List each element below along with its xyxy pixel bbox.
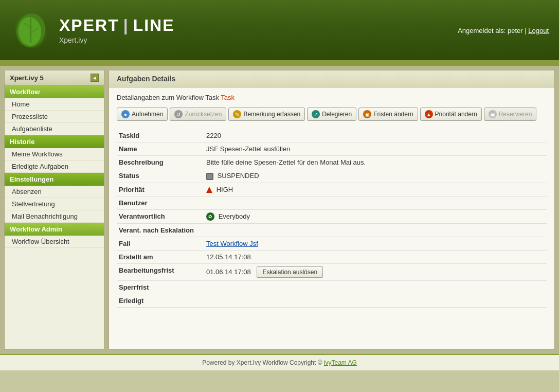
field-value-taskid: 2220 xyxy=(204,129,547,142)
header: XPERT|LINE Xpert.ivy Angemeldet als: pet… xyxy=(0,0,559,62)
details-table: TaskId 2220 Name JSF Spesen-Zettel ausfü… xyxy=(117,129,547,308)
sidebar-item-home[interactable]: Home xyxy=(5,98,104,111)
field-label-prioritaet: Priorität xyxy=(117,183,204,196)
app-title: XPERT|LINE xyxy=(59,16,175,35)
bemerkung-button[interactable]: ✎ Bemerkung erfassen xyxy=(228,108,305,121)
field-label-sperrfrist: Sperrfrist xyxy=(117,281,204,294)
task-link[interactable]: Task xyxy=(221,94,235,101)
sidebar-item-aufgabenliste[interactable]: Aufgabenliste xyxy=(5,123,104,135)
field-value-verant-eskalation xyxy=(204,224,547,237)
table-row: Beschreibung Bitte fülle deine Spesen-Ze… xyxy=(117,156,547,169)
sidebar-header: Xpert.ivy 5 ◄ xyxy=(5,70,104,85)
header-logo: XPERT|LINE Xpert.ivy xyxy=(10,10,175,51)
sidebar-item-mail-benachrichtigung[interactable]: Mail Benachrichtigung xyxy=(5,210,104,223)
field-label-bearbeitungsfrist: Bearbeitungsfrist xyxy=(117,264,204,281)
field-value-fall: Test Workflow Jsf xyxy=(204,237,547,251)
sidebar-title: Xpert.ivy 5 xyxy=(10,74,44,82)
reservieren-button[interactable]: ▣ Reservieren xyxy=(484,108,537,121)
table-row: Benutzer xyxy=(117,196,547,209)
header-stripe xyxy=(0,62,559,66)
content-body: Detailangaben zum Workflow Task Task ● A… xyxy=(109,87,554,314)
content-header: Aufgaben Details xyxy=(109,70,554,87)
fall-link[interactable]: Test Workflow Jsf xyxy=(206,240,258,247)
fristen-button[interactable]: ◉ Fristen ändern xyxy=(358,108,418,121)
sidebar-item-erledigte-aufgaben[interactable]: Erledigte Aufgaben xyxy=(5,161,104,173)
field-label-taskid: TaskId xyxy=(117,129,204,142)
table-row: Priorität HIGH xyxy=(117,183,547,196)
prioritaet-icon: ▲ xyxy=(425,110,433,118)
subtitle: Detailangaben zum Workflow Task Task xyxy=(117,94,547,101)
field-label-erledigt: Erledigt xyxy=(117,294,204,308)
status-icon xyxy=(206,173,213,180)
sidebar-section-workflow[interactable]: Workflow xyxy=(5,85,104,98)
fristen-icon: ◉ xyxy=(363,110,371,118)
sidebar-item-prozessliste[interactable]: Prozessliste xyxy=(5,111,104,123)
table-row: Fall Test Workflow Jsf xyxy=(117,237,547,251)
app-subtitle: Xpert.ivy xyxy=(59,36,175,44)
table-row: Erstellt am 12.05.14 17:08 xyxy=(117,251,547,264)
field-label-fall: Fall xyxy=(117,237,204,251)
field-value-verantwortlich: ✿ Everybody xyxy=(204,209,547,224)
table-row: TaskId 2220 xyxy=(117,129,547,142)
field-label-name: Name xyxy=(117,142,204,156)
prioritaet-button[interactable]: ▲ Priorität ändern xyxy=(420,108,482,121)
field-label-status: Status xyxy=(117,169,204,183)
sidebar-item-meine-workflows[interactable]: Meine Workflows xyxy=(5,148,104,161)
field-label-erstellt-am: Erstellt am xyxy=(117,251,204,264)
sidebar-item-workflow-uebersicht[interactable]: Workflow Übersicht xyxy=(5,236,104,248)
zuruecksetzen-button[interactable]: ↺ Zurücksetzen xyxy=(170,108,226,121)
field-value-bearbeitungsfrist: 01.06.14 17:08 Eskalation auslösen xyxy=(204,264,547,281)
table-row: Erledigt xyxy=(117,294,547,308)
bemerkung-icon: ✎ xyxy=(233,110,241,118)
content-panel: Aufgaben Details Detailangaben zum Workf… xyxy=(109,70,555,350)
eskalation-button[interactable]: Eskalation auslösen xyxy=(257,266,323,278)
delegieren-icon: ↗ xyxy=(312,110,320,118)
sidebar-item-stellvertretung[interactable]: Stellvertretung xyxy=(5,198,104,210)
field-label-verant-eskalation: Verant. nach Eskalation xyxy=(117,224,204,237)
table-row: Bearbeitungsfrist 01.06.14 17:08 Eskalat… xyxy=(117,264,547,281)
field-label-verantwortlich: Verantwortlich xyxy=(117,209,204,224)
field-value-benutzer xyxy=(204,196,547,209)
field-value-prioritaet: HIGH xyxy=(204,183,547,196)
footer-text: Powered by Xpert.Ivy Workflow Copyright … xyxy=(202,359,322,366)
footer-link[interactable]: ivyTeam AG xyxy=(324,359,357,366)
responsible-icon: ✿ xyxy=(206,212,214,221)
aufnehmen-icon: ● xyxy=(121,110,130,118)
logo-icon xyxy=(10,10,51,51)
field-value-sperrfrist xyxy=(204,281,547,294)
zuruecksetzen-icon: ↺ xyxy=(174,110,183,118)
sidebar-toggle-button[interactable]: ◄ xyxy=(91,74,99,82)
aufnehmen-button[interactable]: ● Aufnehmen xyxy=(117,108,168,121)
reservieren-icon: ▣ xyxy=(489,110,497,118)
page-title: Aufgaben Details xyxy=(117,75,175,83)
table-row: Verantwortlich ✿ Everybody xyxy=(117,209,547,224)
field-value-erstellt-am: 12.05.14 17:08 xyxy=(204,251,547,264)
table-row: Name JSF Spesen-Zettel ausfüllen xyxy=(117,142,547,156)
delegieren-button[interactable]: ↗ Delegieren xyxy=(307,108,356,121)
table-row: Status SUSPENDED xyxy=(117,169,547,183)
sidebar-section-einstellungen[interactable]: Einstellungen xyxy=(5,173,104,186)
priority-icon xyxy=(206,187,212,193)
footer: Powered by Xpert.Ivy Workflow Copyright … xyxy=(0,354,559,370)
field-value-status: SUSPENDED xyxy=(204,169,547,183)
table-row: Sperrfrist xyxy=(117,281,547,294)
table-row: Verant. nach Eskalation xyxy=(117,224,547,237)
main-layout: Xpert.ivy 5 ◄ Workflow Home Prozessliste… xyxy=(0,66,559,354)
sidebar: Xpert.ivy 5 ◄ Workflow Home Prozessliste… xyxy=(4,70,104,350)
header-title: XPERT|LINE Xpert.ivy xyxy=(59,16,175,44)
field-value-beschreibung: Bitte fülle deine Spesen-Zettel für den … xyxy=(204,156,547,169)
field-label-beschreibung: Beschreibung xyxy=(117,156,204,169)
field-value-name: JSF Spesen-Zettel ausfüllen xyxy=(204,142,547,156)
sidebar-item-absenzen[interactable]: Absenzen xyxy=(5,186,104,198)
field-label-benutzer: Benutzer xyxy=(117,196,204,209)
field-value-erledigt xyxy=(204,294,547,308)
sidebar-section-historie[interactable]: Historie xyxy=(5,135,104,148)
logout-link[interactable]: Logout xyxy=(528,26,549,34)
sidebar-section-workflow-admin[interactable]: Workflow Admin xyxy=(5,223,104,236)
user-label: Angemeldet als: peter | xyxy=(458,26,526,34)
toolbar: ● Aufnehmen ↺ Zurücksetzen ✎ Bemerkung e… xyxy=(117,108,547,121)
header-user: Angemeldet als: peter | Logout xyxy=(458,26,549,34)
